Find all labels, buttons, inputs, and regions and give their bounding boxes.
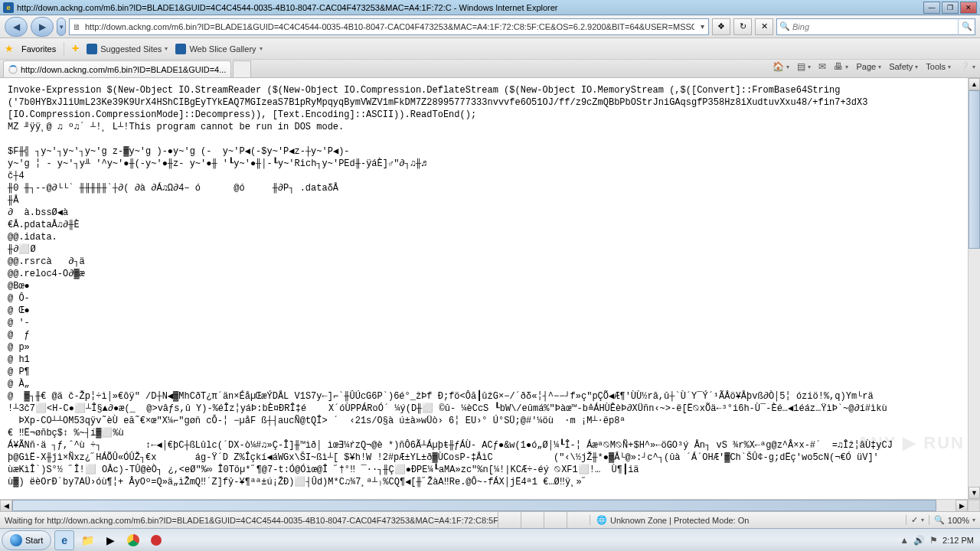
home-button[interactable]: 🏠▾ xyxy=(773,61,789,72)
zoom-control[interactable]: 🔍 100%▾ xyxy=(929,515,980,525)
safety-label: Safety xyxy=(889,62,913,71)
volume-icon[interactable]: 🔊 xyxy=(913,535,925,546)
scroll-up-button[interactable]: ▲ xyxy=(969,78,980,90)
minimize-button[interactable]: — xyxy=(923,2,940,14)
separator xyxy=(64,42,64,56)
safety-menu[interactable]: Safety▾ xyxy=(889,62,918,71)
address-input[interactable] xyxy=(83,22,696,31)
status-cell xyxy=(567,512,590,528)
new-tab-button[interactable] xyxy=(233,60,251,77)
rss-icon: ▤ xyxy=(797,61,805,72)
loading-spinner-icon xyxy=(8,65,18,74)
ie-icon xyxy=(175,44,186,54)
zoom-value: 100% xyxy=(948,516,969,525)
scroll-thumb[interactable] xyxy=(969,90,980,249)
print-icon: 🖶 xyxy=(834,61,843,72)
ie-icon: e xyxy=(3,2,14,13)
stop-button[interactable]: ✕ xyxy=(755,18,773,35)
window-title: http://down.ackng.com/m6.bin?ID=BLADE1&G… xyxy=(17,3,922,12)
status-cell xyxy=(544,512,567,528)
address-bar[interactable]: 🗎 ▾ xyxy=(69,18,709,35)
page-icon: 🗎 xyxy=(70,22,83,31)
home-icon: 🏠 xyxy=(773,61,784,72)
search-provider-icon: 🔍 xyxy=(777,21,792,31)
windows-taskbar: Start e 📁 ▶ ▲ 🔊 ⚑ 2:12 PM xyxy=(0,528,980,551)
add-to-favorites-bar[interactable]: ✚ xyxy=(72,44,79,54)
content-area: Invoke-Expression $(New-Object IO.Stream… xyxy=(0,78,980,499)
favorites-bar: ★ Favorites ✚ Suggested Sites ▾ Web Slic… xyxy=(0,38,980,60)
taskbar-chrome-button[interactable] xyxy=(123,530,143,550)
web-slice-label: Web Slice Gallery xyxy=(189,44,256,54)
compat-view-button[interactable]: ❖ xyxy=(712,18,730,35)
help-button[interactable]: ❔▾ xyxy=(959,61,975,72)
tab-bar: http://down.ackng.com/m6.bin?ID=BLADE1&G… xyxy=(0,60,980,78)
ie-icon: e xyxy=(61,534,67,546)
web-slice-gallery-link[interactable]: Web Slice Gallery ▾ xyxy=(175,44,262,54)
zone-text: Unknown Zone | Protected Mode: On xyxy=(610,516,749,525)
browser-tab[interactable]: http://down.ackng.com/m6.bin?ID=BLADE1&G… xyxy=(3,60,231,77)
maximize-button[interactable]: ❐ xyxy=(942,2,959,14)
favorites-star-icon[interactable]: ★ xyxy=(5,43,14,54)
scroll-down-button[interactable]: ▼ xyxy=(969,487,980,499)
chevron-down-icon: ▾ xyxy=(260,45,263,52)
help-icon: ❔ xyxy=(959,61,970,72)
vertical-scrollbar[interactable]: ▲ ▼ xyxy=(968,78,980,499)
status-text: Waiting for http://down.ackng.com/m6.bin… xyxy=(5,516,498,525)
mail-icon: ✉ xyxy=(818,61,826,72)
page-body: Invoke-Expression $(New-Object IO.Stream… xyxy=(0,78,968,499)
scroll-track[interactable] xyxy=(12,500,956,511)
scroll-right-button[interactable]: ▶ xyxy=(956,500,968,512)
search-bar[interactable]: 🔍 🔍 xyxy=(776,18,975,35)
feeds-button[interactable]: ▤▾ xyxy=(797,61,811,72)
scroll-thumb[interactable] xyxy=(12,500,936,511)
address-dropdown[interactable]: ▾ xyxy=(696,22,708,31)
suggested-sites-link[interactable]: Suggested Sites ▾ xyxy=(87,44,168,54)
start-button[interactable]: Start xyxy=(2,530,51,550)
status-cell xyxy=(521,512,544,528)
taskbar-ie-button[interactable]: e xyxy=(54,530,74,550)
forward-button[interactable]: ▶ xyxy=(31,17,54,37)
window-titlebar: e http://down.ackng.com/m6.bin?ID=BLADE1… xyxy=(0,0,980,15)
print-button[interactable]: 🖶▾ xyxy=(834,61,848,72)
scrollbar-corner xyxy=(968,500,980,512)
system-tray: ▲ 🔊 ⚑ 2:12 PM xyxy=(895,535,978,546)
security-zone: 🌐 Unknown Zone | Protected Mode: On xyxy=(590,515,755,525)
command-bar: 🏠▾ ▤▾ ✉ 🖶▾ Page▾ Safety▾ Tools▾ ❔▾ xyxy=(773,61,975,72)
search-button[interactable]: 🔍 xyxy=(958,18,975,35)
flag-icon[interactable]: ⚑ xyxy=(929,535,938,546)
history-dropdown[interactable]: ▾ xyxy=(57,18,66,36)
page-menu[interactable]: Page▾ xyxy=(856,62,881,71)
suggested-sites-label: Suggested Sites xyxy=(100,44,162,54)
favorites-label[interactable]: Favorites xyxy=(21,44,56,54)
ie-icon xyxy=(87,44,97,54)
tab-title: http://down.ackng.com/m6.bin?ID=BLADE1&G… xyxy=(21,65,226,74)
scroll-track[interactable] xyxy=(969,90,980,487)
close-button[interactable]: ✕ xyxy=(960,2,977,14)
start-label: Start xyxy=(25,536,43,545)
scroll-left-button[interactable]: ◀ xyxy=(0,500,12,512)
globe-icon: 🌐 xyxy=(596,515,607,525)
tools-label: Tools xyxy=(926,62,946,71)
status-cell xyxy=(498,512,521,528)
navigation-bar: ◀ ▶ ▾ 🗎 ▾ ❖ ↻ ✕ 🔍 🔍 xyxy=(0,15,980,38)
taskbar-explorer-button[interactable]: 📁 xyxy=(77,530,97,550)
windows-orb-icon xyxy=(10,534,22,546)
tools-menu[interactable]: Tools▾ xyxy=(926,62,951,71)
status-bar: Waiting for http://down.ackng.com/m6.bin… xyxy=(0,511,980,528)
back-button[interactable]: ◀ xyxy=(5,17,28,37)
chevron-down-icon: ▾ xyxy=(165,45,168,52)
horizontal-scrollbar[interactable]: ◀ ▶ xyxy=(0,499,980,511)
clock[interactable]: 2:12 PM xyxy=(942,536,974,545)
tray-icon[interactable]: ▲ xyxy=(900,535,909,546)
taskbar-media-button[interactable]: ▶ xyxy=(100,530,120,550)
taskbar-app-button[interactable] xyxy=(146,530,166,550)
search-input[interactable] xyxy=(792,22,958,31)
read-mail-button[interactable]: ✉ xyxy=(818,61,826,72)
protected-mode-toggle[interactable]: ✓▾ xyxy=(906,515,929,525)
refresh-button[interactable]: ↻ xyxy=(733,18,752,35)
page-label: Page xyxy=(856,62,876,71)
